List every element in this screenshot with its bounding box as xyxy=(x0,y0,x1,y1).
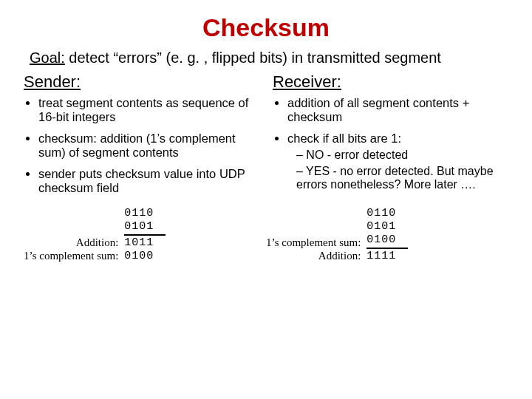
calc-left-labels: Addition: 1’s complement sum: xyxy=(24,208,118,263)
bullet-lead: check if all bits are 1: xyxy=(287,132,401,145)
receiver-heading: Receiver: xyxy=(273,72,508,92)
operand: 0101 xyxy=(366,220,408,233)
sender-heading: Sender: xyxy=(24,72,259,92)
calc-right-numbers: 0110 0101 0100 1111 xyxy=(366,207,408,263)
calc-left: Addition: 1’s complement sum: 0110 0101 … xyxy=(24,207,266,263)
calc-left-numbers: 0110 0101 1011 0100 xyxy=(124,207,166,263)
label-complement: 1’s complement sum: xyxy=(24,249,118,263)
rule-line xyxy=(124,234,166,236)
sum-value: 1111 xyxy=(366,250,408,263)
list-item: checksum: addition (1’s complement sum) … xyxy=(38,132,259,160)
receiver-bullets: addition of all segment contents + check… xyxy=(277,96,508,191)
slide-title: Checksum xyxy=(24,13,508,42)
calculations-row: Addition: 1’s complement sum: 0110 0101 … xyxy=(24,207,508,263)
complement-value: 0100 xyxy=(124,250,166,263)
label-complement: 1’s complement sum: xyxy=(266,236,361,250)
goal-label: Goal: xyxy=(30,50,65,66)
receiver-subbullets: NO - error detected YES - no error detec… xyxy=(287,149,508,191)
operand: 0110 xyxy=(366,207,408,220)
goal-line: Goal: detect “errors” (e. g. , flipped b… xyxy=(24,50,508,66)
operand: 0101 xyxy=(124,220,166,233)
list-item: YES - no error detected. But maybe error… xyxy=(296,165,508,191)
sender-column: Sender: treat segment contents as sequen… xyxy=(24,69,259,202)
label-addition: Addition: xyxy=(266,249,361,263)
list-item: check if all bits are 1: NO - error dete… xyxy=(287,132,508,191)
rule-line xyxy=(366,248,408,249)
list-item: sender puts checksum value into UDP chec… xyxy=(38,167,259,195)
list-item: treat segment contents as sequence of 16… xyxy=(38,96,259,124)
goal-text: detect “errors” (e. g. , flipped bits) i… xyxy=(65,50,441,66)
sum-value: 1011 xyxy=(124,236,166,250)
sender-bullets: treat segment contents as sequence of 16… xyxy=(28,96,259,195)
columns: Sender: treat segment contents as sequen… xyxy=(24,69,508,202)
calc-right-labels: 1’s complement sum: Addition: xyxy=(266,208,361,263)
calc-right: 1’s complement sum: Addition: 0110 0101 … xyxy=(266,207,508,263)
list-item: NO - error detected xyxy=(296,149,508,162)
operand: 0100 xyxy=(366,233,408,247)
receiver-column: Receiver: addition of all segment conten… xyxy=(273,69,508,202)
list-item: addition of all segment contents + check… xyxy=(287,96,508,124)
label-addition: Addition: xyxy=(24,236,118,250)
operand: 0110 xyxy=(124,207,166,220)
